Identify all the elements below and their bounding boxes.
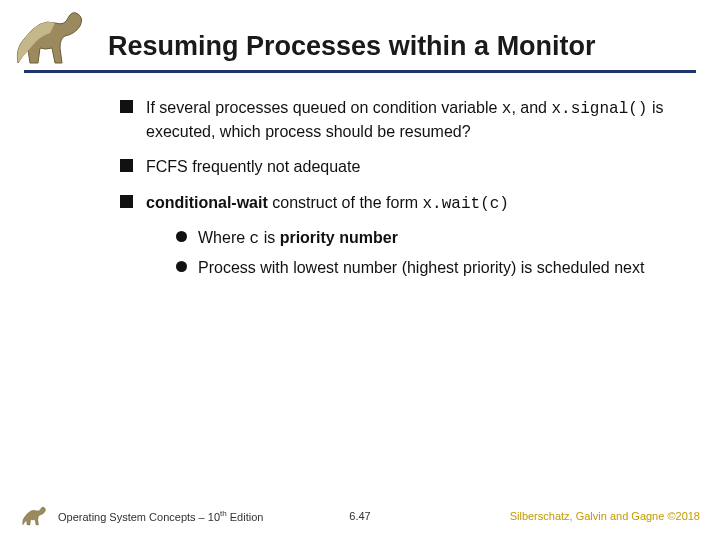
bullet-item: FCFS frequently not adequate xyxy=(120,156,680,178)
bullet-item: conditional-wait construct of the form x… xyxy=(120,192,680,279)
bullet-item: If several processes queued on condition… xyxy=(120,97,680,142)
text: If several processes queued on condition… xyxy=(146,99,502,116)
slide-footer: Operating System Concepts – 10th Edition… xyxy=(0,502,720,530)
code: x.signal() xyxy=(551,100,647,118)
footer-page-number: 6.47 xyxy=(349,510,370,522)
text: , and xyxy=(511,99,551,116)
dinosaur-icon xyxy=(10,8,100,68)
slide-header: Resuming Processes within a Monitor xyxy=(0,0,720,68)
slide-body: If several processes queued on condition… xyxy=(0,73,720,279)
footer-copyright: Silberschatz, Galvin and Gagne ©2018 xyxy=(510,510,700,522)
code: x xyxy=(502,100,512,118)
text: construct of the form xyxy=(268,194,423,211)
sub-bullet-item: Process with lowest number (highest prio… xyxy=(176,257,680,279)
footer-left: Operating System Concepts – 10th Edition xyxy=(20,502,263,530)
text-strong: conditional-wait xyxy=(146,194,268,211)
footer-book-title: Operating System Concepts – 10th Edition xyxy=(58,509,263,523)
text: Where xyxy=(198,229,250,246)
code: c xyxy=(250,230,260,248)
text-strong: priority number xyxy=(280,229,398,246)
code: x.wait(c) xyxy=(423,195,509,213)
dinosaur-icon xyxy=(20,502,52,530)
text: Process with lowest number (highest prio… xyxy=(198,259,644,276)
text: FCFS frequently not adequate xyxy=(146,158,360,175)
text: is xyxy=(259,229,279,246)
slide-title: Resuming Processes within a Monitor xyxy=(108,31,596,68)
sub-bullet-item: Where c is priority number xyxy=(176,227,680,251)
